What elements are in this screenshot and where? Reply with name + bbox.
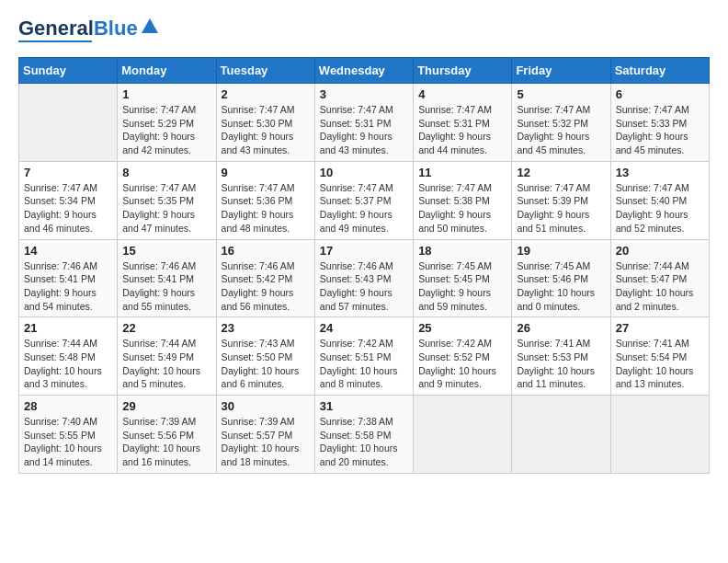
- day-number: 21: [24, 321, 112, 335]
- day-info: Sunrise: 7:47 AM Sunset: 5:32 PM Dayligh…: [517, 103, 605, 157]
- day-number: 9: [222, 166, 310, 179]
- day-info: Sunrise: 7:46 AM Sunset: 5:42 PM Dayligh…: [222, 259, 310, 314]
- day-number: 11: [418, 166, 506, 179]
- day-number: 22: [122, 321, 210, 335]
- day-number: 7: [24, 166, 112, 179]
- calendar-cell: 15Sunrise: 7:46 AM Sunset: 5:41 PM Dayli…: [118, 239, 216, 317]
- calendar-cell: 14Sunrise: 7:46 AM Sunset: 5:41 PM Dayli…: [19, 239, 118, 317]
- day-info: Sunrise: 7:41 AM Sunset: 5:54 PM Dayligh…: [616, 337, 704, 391]
- calendar-cell: 27Sunrise: 7:41 AM Sunset: 5:54 PM Dayli…: [610, 317, 709, 396]
- calendar-cell: 11Sunrise: 7:47 AM Sunset: 5:38 PM Dayli…: [414, 161, 512, 239]
- day-header-tuesday: Tuesday: [216, 58, 314, 84]
- day-info: Sunrise: 7:47 AM Sunset: 5:29 PM Dayligh…: [122, 103, 210, 157]
- calendar-cell: [610, 396, 709, 474]
- day-info: Sunrise: 7:39 AM Sunset: 5:57 PM Dayligh…: [222, 415, 310, 469]
- day-info: Sunrise: 7:47 AM Sunset: 5:38 PM Dayligh…: [418, 181, 506, 236]
- day-info: Sunrise: 7:44 AM Sunset: 5:47 PM Dayligh…: [616, 259, 704, 314]
- calendar-week-row: 14Sunrise: 7:46 AM Sunset: 5:41 PM Dayli…: [19, 239, 710, 317]
- calendar-cell: [19, 84, 118, 162]
- calendar-cell: 19Sunrise: 7:45 AM Sunset: 5:46 PM Dayli…: [512, 239, 610, 317]
- day-number: 16: [222, 244, 310, 258]
- calendar-week-row: 1Sunrise: 7:47 AM Sunset: 5:29 PM Daylig…: [19, 84, 710, 162]
- day-number: 19: [517, 244, 605, 258]
- calendar-cell: 25Sunrise: 7:42 AM Sunset: 5:52 PM Dayli…: [414, 317, 512, 396]
- day-number: 1: [122, 87, 210, 101]
- calendar-cell: 17Sunrise: 7:46 AM Sunset: 5:43 PM Dayli…: [314, 239, 413, 317]
- day-header-monday: Monday: [118, 58, 216, 84]
- day-number: 23: [222, 321, 310, 335]
- day-number: 31: [320, 399, 408, 413]
- calendar-cell: 31Sunrise: 7:38 AM Sunset: 5:58 PM Dayli…: [314, 396, 413, 474]
- day-info: Sunrise: 7:47 AM Sunset: 5:35 PM Dayligh…: [122, 181, 210, 236]
- day-info: Sunrise: 7:47 AM Sunset: 5:33 PM Dayligh…: [616, 103, 704, 157]
- day-info: Sunrise: 7:47 AM Sunset: 5:30 PM Dayligh…: [222, 103, 310, 157]
- day-header-saturday: Saturday: [610, 58, 709, 84]
- day-number: 25: [418, 321, 506, 335]
- day-number: 5: [517, 87, 605, 101]
- day-number: 26: [517, 321, 605, 335]
- day-info: Sunrise: 7:47 AM Sunset: 5:36 PM Dayligh…: [222, 181, 310, 236]
- calendar-cell: 21Sunrise: 7:44 AM Sunset: 5:48 PM Dayli…: [19, 317, 118, 396]
- day-number: 29: [122, 399, 210, 413]
- day-info: Sunrise: 7:47 AM Sunset: 5:39 PM Dayligh…: [517, 181, 605, 236]
- calendar-cell: 7Sunrise: 7:47 AM Sunset: 5:34 PM Daylig…: [19, 161, 118, 239]
- calendar-cell: 2Sunrise: 7:47 AM Sunset: 5:30 PM Daylig…: [216, 84, 314, 162]
- calendar-cell: 3Sunrise: 7:47 AM Sunset: 5:31 PM Daylig…: [314, 84, 413, 162]
- calendar-week-row: 21Sunrise: 7:44 AM Sunset: 5:48 PM Dayli…: [19, 317, 710, 396]
- logo-icon: [140, 17, 160, 37]
- calendar-cell: 8Sunrise: 7:47 AM Sunset: 5:35 PM Daylig…: [118, 161, 216, 239]
- day-number: 20: [616, 244, 704, 258]
- day-number: 4: [418, 87, 506, 101]
- day-header-wednesday: Wednesday: [314, 58, 413, 84]
- day-info: Sunrise: 7:45 AM Sunset: 5:45 PM Dayligh…: [418, 259, 506, 314]
- calendar-cell: 9Sunrise: 7:47 AM Sunset: 5:36 PM Daylig…: [216, 161, 314, 239]
- day-info: Sunrise: 7:47 AM Sunset: 5:31 PM Dayligh…: [418, 103, 506, 157]
- svg-marker-0: [142, 18, 158, 33]
- calendar-cell: 16Sunrise: 7:46 AM Sunset: 5:42 PM Dayli…: [216, 239, 314, 317]
- day-info: Sunrise: 7:39 AM Sunset: 5:56 PM Dayligh…: [122, 415, 210, 469]
- day-number: 13: [616, 166, 704, 179]
- day-info: Sunrise: 7:41 AM Sunset: 5:53 PM Dayligh…: [517, 337, 605, 391]
- day-number: 6: [616, 87, 704, 101]
- day-number: 12: [517, 166, 605, 179]
- day-info: Sunrise: 7:45 AM Sunset: 5:46 PM Dayligh…: [517, 259, 605, 314]
- calendar-cell: 4Sunrise: 7:47 AM Sunset: 5:31 PM Daylig…: [414, 84, 512, 162]
- day-info: Sunrise: 7:43 AM Sunset: 5:50 PM Dayligh…: [222, 337, 310, 391]
- calendar-table: SundayMondayTuesdayWednesdayThursdayFrid…: [18, 57, 710, 474]
- day-info: Sunrise: 7:42 AM Sunset: 5:51 PM Dayligh…: [320, 337, 408, 391]
- day-number: 27: [616, 321, 704, 335]
- day-number: 30: [222, 399, 310, 413]
- day-number: 2: [222, 87, 310, 101]
- day-number: 17: [320, 244, 408, 258]
- calendar-cell: 22Sunrise: 7:44 AM Sunset: 5:49 PM Dayli…: [118, 317, 216, 396]
- day-number: 24: [320, 321, 408, 335]
- calendar-cell: 1Sunrise: 7:47 AM Sunset: 5:29 PM Daylig…: [118, 84, 216, 162]
- day-info: Sunrise: 7:40 AM Sunset: 5:55 PM Dayligh…: [24, 415, 112, 469]
- calendar-cell: 28Sunrise: 7:40 AM Sunset: 5:55 PM Dayli…: [19, 396, 118, 474]
- day-number: 15: [122, 244, 210, 258]
- day-info: Sunrise: 7:44 AM Sunset: 5:49 PM Dayligh…: [122, 337, 210, 391]
- calendar-week-row: 7Sunrise: 7:47 AM Sunset: 5:34 PM Daylig…: [19, 161, 710, 239]
- day-number: 8: [122, 166, 210, 179]
- calendar-cell: 24Sunrise: 7:42 AM Sunset: 5:51 PM Dayli…: [314, 317, 413, 396]
- day-number: 3: [320, 87, 408, 101]
- day-info: Sunrise: 7:47 AM Sunset: 5:34 PM Dayligh…: [24, 181, 112, 236]
- day-info: Sunrise: 7:38 AM Sunset: 5:58 PM Dayligh…: [320, 415, 408, 469]
- calendar-cell: 29Sunrise: 7:39 AM Sunset: 5:56 PM Dayli…: [118, 396, 216, 474]
- day-info: Sunrise: 7:47 AM Sunset: 5:37 PM Dayligh…: [320, 181, 408, 236]
- day-number: 18: [418, 244, 506, 258]
- day-header-friday: Friday: [512, 58, 610, 84]
- calendar-cell: 6Sunrise: 7:47 AM Sunset: 5:33 PM Daylig…: [610, 84, 709, 162]
- calendar-week-row: 28Sunrise: 7:40 AM Sunset: 5:55 PM Dayli…: [19, 396, 710, 474]
- calendar-body: 1Sunrise: 7:47 AM Sunset: 5:29 PM Daylig…: [19, 84, 710, 474]
- calendar-cell: 10Sunrise: 7:47 AM Sunset: 5:37 PM Dayli…: [314, 161, 413, 239]
- calendar-cell: 20Sunrise: 7:44 AM Sunset: 5:47 PM Dayli…: [610, 239, 709, 317]
- day-info: Sunrise: 7:47 AM Sunset: 5:31 PM Dayligh…: [320, 103, 408, 157]
- day-header-sunday: Sunday: [19, 58, 118, 84]
- day-info: Sunrise: 7:42 AM Sunset: 5:52 PM Dayligh…: [418, 337, 506, 391]
- day-header-thursday: Thursday: [414, 58, 512, 84]
- calendar-cell: 23Sunrise: 7:43 AM Sunset: 5:50 PM Dayli…: [216, 317, 314, 396]
- day-number: 10: [320, 166, 408, 179]
- day-number: 28: [24, 399, 112, 413]
- calendar-cell: 18Sunrise: 7:45 AM Sunset: 5:45 PM Dayli…: [414, 239, 512, 317]
